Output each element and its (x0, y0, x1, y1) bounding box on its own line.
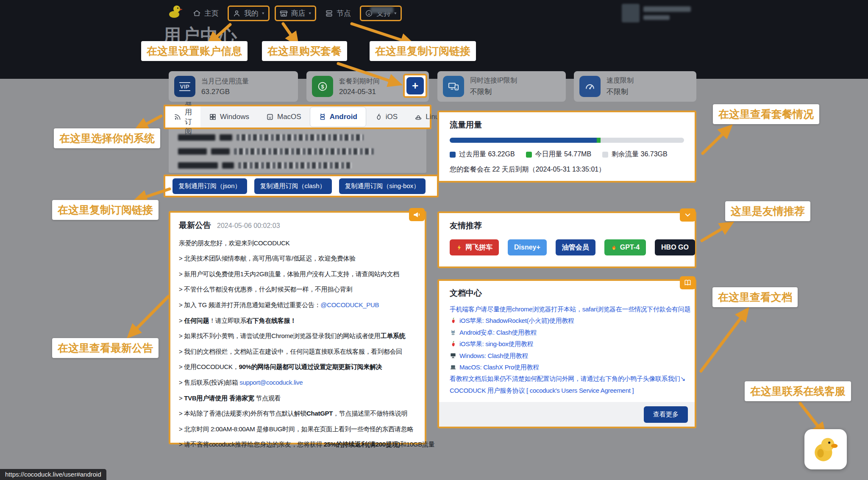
doc-link[interactable]: COCODUCK 用户服务协议 [ cocoduck's Users Servi… (450, 385, 684, 396)
live-chat-duck-button[interactable] (804, 429, 847, 469)
referral-corner-toggle[interactable] (680, 208, 696, 222)
doc-link[interactable]: MacOS: ClashX Pro使用教程 (450, 361, 684, 373)
text-segment: > (179, 317, 184, 324)
doc-line-text: Android安卓: Clash使用教程 (459, 327, 537, 338)
vip-label: VIP (179, 82, 190, 91)
announcement-line: > 售后联系(投诉)邮箱 support@cocoduck.live (179, 379, 416, 386)
usage-legend: 过去用量 63.22GB今日用量 54.77MB剩余流量 36.73GB (450, 150, 684, 159)
nav-item-label: 节点 (337, 8, 351, 18)
callout-buy-plan: 在这里购买套餐 (262, 41, 347, 61)
android-icon (319, 113, 326, 121)
referral-title: 友情推荐 (450, 220, 684, 231)
announcement-panel: 最新公告 2024-05-06 00:02:03 亲爱的朋友您好，欢迎来到COC… (169, 211, 426, 444)
stat-card-text: 套餐到期时间2024-05-31 (339, 77, 380, 96)
referral-badge-gpt-4[interactable]: GPT-4 (604, 239, 646, 255)
text-segment: 亲爱的朋友您好，欢迎来到COCODUCK (179, 239, 290, 247)
redacted-row (178, 134, 364, 141)
tab-通用订阅[interactable]: 通用订阅 (165, 106, 200, 128)
nav-item-label: 主页 (204, 8, 219, 18)
text-segment: > 请不吝将cocoduck推荐给您身边的亲友，您将获得 (179, 441, 324, 448)
referral-panel: 友情推荐 网飞拼车Disney+油管会员GPT-4HBO GO (437, 211, 696, 268)
announcement-line: > 北京时间 2:00AM-8:00AM 是修BUG时间，如果在页面上看到一些奇… (179, 426, 416, 433)
callout-select-system: 在这里选择你的系统 (54, 128, 160, 148)
docs-corner-toggle[interactable] (680, 276, 696, 289)
stat-card-text: 速度限制不限制 (606, 76, 634, 97)
referral-badge-disney+[interactable]: Disney+ (508, 239, 547, 255)
announcement-line: > 加入 TG 频道并打开消息通知避免错过重要公告：@COCODUCK_PUB (179, 302, 416, 308)
copy-subscription-strip: 复制通用订阅（json）复制通用订阅（clash）复制通用订阅（sing-box… (164, 175, 439, 197)
avatar[interactable] (622, 4, 640, 22)
legend-swatch (450, 152, 456, 158)
text-segment: 90%的网络问题都可以通过设置定期更新订阅来解决 (239, 363, 382, 370)
inline-link[interactable]: support@cocoduck.live (239, 379, 303, 386)
doc-note: 手机端客户请尽量使用chrome浏览器打开本站，safari浏览器在一些情况下付… (450, 303, 684, 315)
text-segment: ！请立即联系 (209, 317, 246, 324)
nav-item-label: 我的 (244, 8, 259, 18)
redacted-row (178, 148, 374, 155)
copy-subscription-button-1[interactable]: 复制通用订阅（clash） (254, 178, 332, 194)
dollar-icon: $ (312, 76, 333, 97)
callout-docs: 在这里查看文档 (712, 287, 798, 307)
announcement-timestamp: 2024-05-06 00:02:03 (217, 222, 280, 230)
referral-badge-油管会员[interactable]: 油管会员 (556, 239, 595, 255)
doc-link[interactable]: Android安卓: Clash使用教程 (450, 327, 684, 338)
nav-item-user[interactable]: 我的▾ (228, 6, 270, 21)
announcement-line: > TVB用户请使用 香港家宽 节点观看 (179, 395, 416, 402)
announcement-line: > 本站除了香港(法规要求)外所有节点默认解锁ChatGPT，节点描述里不做特殊… (179, 410, 416, 417)
doc-line-text: MacOS: ClashX Pro使用教程 (459, 361, 539, 373)
announcement-line: > 使用COCODUCK，90%的网络问题都可以通过设置定期更新订阅来解决 (179, 363, 416, 370)
text-segment: > 北京时间 2:00AM-8:00AM 是修BUG时间，如果在页面上看到一些奇… (179, 425, 413, 433)
usage-title: 流量用量 (450, 119, 684, 130)
browser-status-tooltip: https://cocoduck.live/user#android (0, 469, 106, 480)
announcement-line: > 新用户可以免费使用1天内2GB流量，体验用户没有人工支持，请查阅站内文档 (179, 271, 416, 277)
redacted-row (178, 162, 352, 169)
duck-logo-icon[interactable] (167, 3, 184, 19)
tab-label: 通用订阅 (185, 97, 192, 136)
badge-label: GPT-4 (620, 244, 640, 251)
copy-subscription-button-2[interactable]: 复制通用订阅（sing-box） (339, 178, 426, 194)
nav-item-store[interactable]: 商店▾ (275, 6, 317, 21)
text-segment: > 如果找不到小黄鸭，请尝试使用Chrome浏览器登录我们的网站或者使用 (179, 332, 380, 339)
badge-label: 网飞拼车 (465, 243, 492, 252)
tab-windows[interactable]: Windows (200, 106, 258, 128)
platform-tabs: 通用订阅WindowsMacOSAndroidiOSLinux (164, 105, 431, 129)
copy-subscription-button-0[interactable]: 复制通用订阅（json） (172, 178, 247, 194)
stat-card-value: 不限制 (470, 87, 517, 97)
text-segment: > (179, 394, 184, 402)
laptop-icon (450, 364, 456, 371)
referral-badge-hbo-go[interactable]: HBO GO (655, 239, 695, 255)
stat-card-devices: 同时连接IP限制不限制 (437, 71, 566, 102)
user-center-page: 主页我的▾商店▾节点支持▾ 用户中心 + 通用订阅WindowsMacOSAnd… (0, 0, 868, 480)
inline-link[interactable]: @COCODUCK_PUB (320, 301, 379, 308)
chevron-down-icon (684, 211, 692, 219)
docs-footer: 查看更多 (439, 402, 695, 427)
announcement-line: > 请不吝将cocoduck推荐给您身边的亲友，您将获得 25%的持续返利(满2… (179, 441, 416, 448)
referral-badge-网飞拼车[interactable]: 网飞拼车 (450, 239, 499, 255)
text-segment: 节点观看 (254, 394, 281, 402)
tab-ios[interactable]: iOS (366, 106, 406, 128)
tab-macos[interactable]: MacOS (258, 106, 310, 128)
announcement-line: > 不管什么节都没有优惠券，什么时候买都一样，不用担心背刺 (179, 286, 416, 293)
announcement-corner-toggle[interactable] (409, 208, 425, 221)
legend-swatch (526, 152, 532, 158)
announcement-title: 最新公告 (179, 220, 211, 231)
text-segment: 任何问题 (184, 317, 209, 324)
book-icon (684, 279, 692, 287)
traffic-usage-panel: 流量用量 过去用量 63.22GB今日用量 54.77MB剩余流量 36.73G… (437, 111, 696, 183)
legend-label: 过去用量 63.22GB (459, 150, 515, 159)
stat-card-title: 当月已使用流量 (201, 77, 249, 86)
view-more-button[interactable]: 查看更多 (644, 406, 688, 423)
doc-note: 看教程文档后如果仍不清楚如何配置访问外网，请通过右下角的小鸭子头像联系我们↘ (450, 373, 684, 384)
stat-card-value: 63.27GB (201, 88, 249, 96)
nav-item-server[interactable]: 节点 (321, 6, 355, 21)
doc-link[interactable]: iOS苹果: sing-box使用教程 (450, 338, 684, 350)
nav-item-home[interactable]: 主页 (189, 6, 223, 21)
tab-android[interactable]: Android (310, 107, 366, 127)
doc-link[interactable]: Windows: Clash使用教程 (450, 350, 684, 361)
add-plan-button[interactable]: + (406, 77, 424, 94)
doc-link[interactable]: iOS苹果: ShadowRocket(小火箭)使用教程 (450, 315, 684, 326)
text-segment: ChatGPT (306, 410, 333, 417)
stat-card-title: 套餐到期时间 (339, 77, 380, 86)
store-icon (280, 9, 288, 17)
ios-icon (375, 113, 382, 121)
